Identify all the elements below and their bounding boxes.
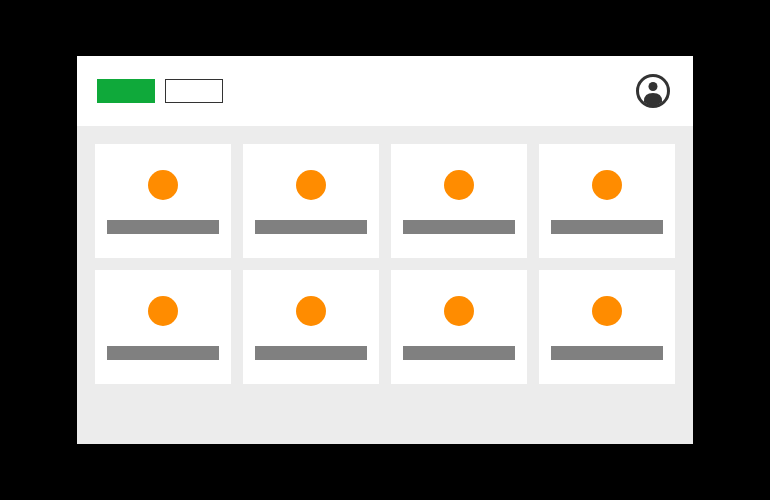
card-grid [95,144,675,384]
card-title-placeholder [255,220,367,234]
card-thumbnail-icon [592,296,622,326]
header-bar [77,56,693,126]
card-item[interactable] [95,270,231,384]
card-thumbnail-icon [592,170,622,200]
card-thumbnail-icon [148,170,178,200]
card-title-placeholder [403,220,515,234]
card-item[interactable] [391,270,527,384]
card-title-placeholder [255,346,367,360]
card-title-placeholder [107,346,219,360]
card-item[interactable] [243,270,379,384]
tab-inactive[interactable] [165,79,223,103]
content-area [77,126,693,444]
card-thumbnail-icon [148,296,178,326]
card-item[interactable] [243,144,379,258]
card-item[interactable] [539,144,675,258]
card-item[interactable] [391,144,527,258]
card-title-placeholder [403,346,515,360]
card-thumbnail-icon [444,170,474,200]
svg-point-1 [649,82,658,91]
app-window [77,56,693,444]
user-profile-button[interactable] [635,73,671,109]
user-icon [635,73,671,109]
card-thumbnail-icon [444,296,474,326]
tab-active[interactable] [97,79,155,103]
card-thumbnail-icon [296,170,326,200]
card-item[interactable] [95,144,231,258]
card-thumbnail-icon [296,296,326,326]
card-item[interactable] [539,270,675,384]
card-title-placeholder [551,346,663,360]
card-title-placeholder [107,220,219,234]
card-title-placeholder [551,220,663,234]
